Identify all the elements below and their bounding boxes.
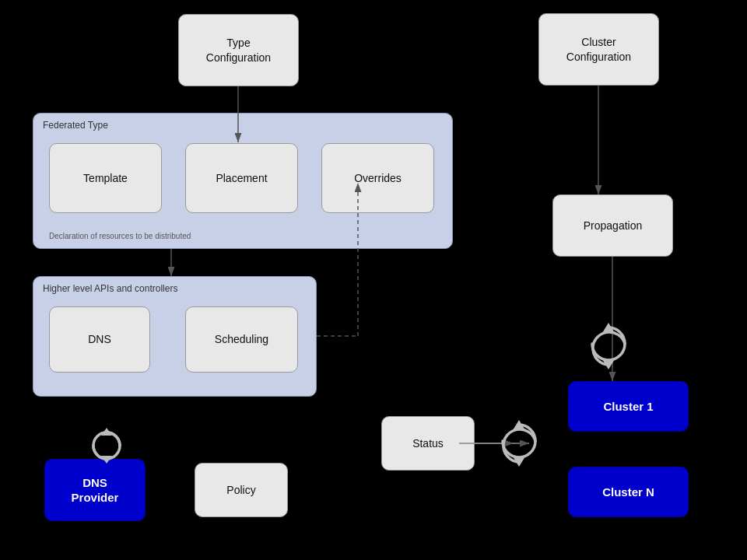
declaration-label: Declaration of resources to be distribut… (49, 232, 191, 240)
cluster1-label: Cluster 1 (603, 399, 653, 415)
status-box: Status (381, 416, 475, 471)
policy-label: Policy (226, 483, 255, 497)
status-label: Status (412, 436, 444, 450)
clusterN-box: Cluster N (568, 467, 689, 517)
overrides-box: Overrides (321, 143, 434, 213)
propagation-box: Propagation (552, 194, 673, 257)
dns-box: DNS (49, 306, 150, 373)
clusterN-label: Cluster N (602, 485, 654, 500)
placement-box: Placement (185, 143, 298, 213)
type-configuration-box: Type Configuration (178, 14, 299, 86)
federated-type-container: Federated Type Template Placement Overri… (33, 113, 453, 249)
placement-label: Placement (216, 171, 267, 185)
status-cycle-arrows (498, 420, 541, 467)
federated-type-label: Federated Type (43, 120, 108, 131)
cluster1-box: Cluster 1 (568, 381, 689, 432)
higher-apis-label: Higher level APIs and controllers (43, 283, 177, 294)
dns-provider-box: DNS Provider (44, 459, 146, 521)
template-box: Template (49, 143, 162, 213)
overrides-label: Overrides (354, 171, 402, 185)
propagation-label: Propagation (584, 219, 643, 233)
template-label: Template (83, 171, 128, 185)
cluster-configuration-label: Cluster Configuration (566, 35, 631, 63)
scheduling-box: Scheduling (185, 306, 298, 373)
cluster-configuration-box: Cluster Configuration (538, 13, 659, 86)
policy-box: Policy (195, 463, 288, 517)
dns-provider-label: DNS Provider (72, 475, 119, 506)
type-configuration-label: Type Configuration (206, 36, 271, 64)
dns-cycle-arrows (87, 426, 126, 465)
higher-apis-container: Higher level APIs and controllers DNS Sc… (33, 276, 317, 397)
scheduling-label: Scheduling (215, 332, 268, 346)
propagation-cycle-arrows (587, 323, 630, 369)
dns-label: DNS (88, 332, 111, 346)
